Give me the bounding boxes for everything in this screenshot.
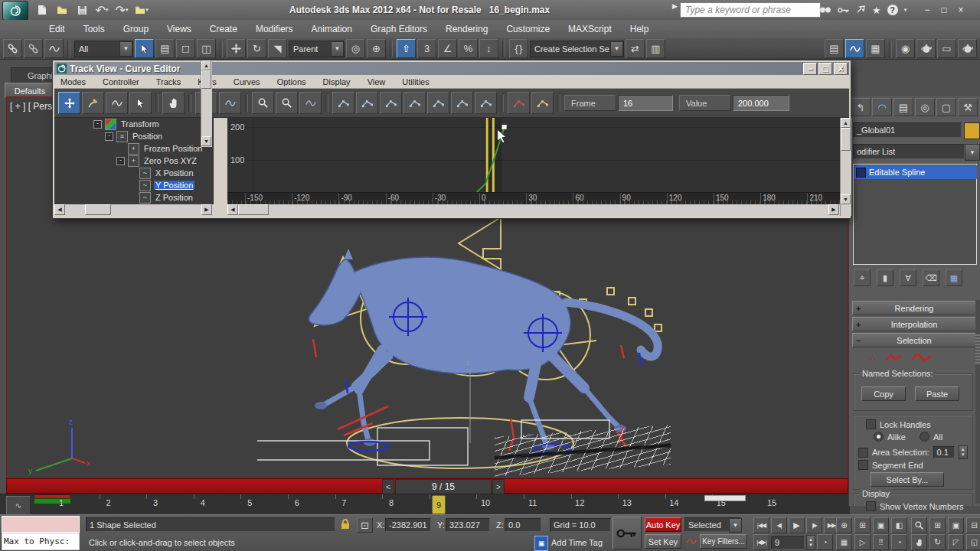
next-frame-button[interactable]: > [492,479,505,494]
open-file-button[interactable] [54,2,70,18]
trackbar-scrollbar[interactable] [704,495,746,501]
menu-item[interactable]: Graph Editors [361,20,436,38]
expand-toggle-icon[interactable]: - [93,120,102,129]
curve-editor-canvas[interactable]: 200100 [227,118,840,192]
vertex-subobject-icon[interactable]: ∴ [871,352,877,366]
mirror-button[interactable]: ⇄ [626,39,645,58]
angle-snap-button[interactable]: ∠ [438,39,457,58]
value-value-field[interactable]: 200.000 [733,95,789,111]
bind-to-spacewarp-icon[interactable] [44,39,64,58]
trackview-title-bar[interactable]: Track View - Curve Editor − □ × [54,62,849,75]
flag-icon[interactable]: ▷ [854,534,871,550]
frame-number[interactable]: 11 [524,498,542,510]
track-label[interactable]: Transform [119,119,161,129]
set-key-button[interactable]: Set Key [645,534,681,549]
help-icon[interactable]: ? [887,5,898,15]
frame-number[interactable]: 6 [288,498,306,510]
utilities-tab[interactable]: ⚒ [958,98,978,116]
frame-number[interactable]: 14 [665,498,683,510]
select-object-button[interactable] [135,39,154,58]
pin-stack-icon[interactable]: ⌖ [854,269,871,286]
max-logo-button[interactable] [2,1,28,21]
minimize-button[interactable]: − [919,3,936,17]
time-slider[interactable]: < 9 / 15 > [6,478,848,494]
isolate-icon[interactable]: ▣ [873,517,889,533]
tree-vertical-scrollbar[interactable]: ▲ ▼ [201,60,212,147]
align-button[interactable]: ▥ [646,39,665,58]
key-filter-curve-icon[interactable] [684,534,698,549]
track-label[interactable]: Y Position [154,181,194,190]
trackview-menu-item[interactable]: Utilities [402,77,437,86]
rendering-rollout[interactable]: +Rendering [852,301,976,315]
segment-end-checkbox[interactable] [858,460,868,470]
layer-manager-button[interactable]: ▤ [825,39,844,58]
interpolation-rollout[interactable]: +Interpolation [852,317,976,331]
configure-modifier-sets-icon[interactable]: ▦ [946,269,962,286]
use-pivot-center-button[interactable]: ◎ [346,39,365,58]
rendered-frame-window-button[interactable]: ▭ [937,39,956,58]
maxscript-listener-input[interactable] [2,516,80,533]
next-frame-button[interactable]: |▶ [806,517,822,533]
graphite-tools-tab[interactable]: Graphi [11,67,56,84]
maximize-viewport-button[interactable]: ◱ [966,534,980,550]
track-label[interactable]: Position [131,132,164,141]
time-ruler[interactable]: -150-120-90-60-300306090120150180210 [227,192,840,205]
isolate-curve-button[interactable] [299,92,322,114]
frame-number[interactable]: 10 [476,498,495,510]
step-tangent-button[interactable] [427,92,449,114]
menu-item[interactable]: MAXScript [559,20,621,38]
infocenter-arrow-icon[interactable]: ▶ [672,2,678,10]
pan-button[interactable] [911,534,927,550]
spline-subobject-icon[interactable] [912,352,930,366]
orbit-button[interactable]: ↻ [929,534,946,550]
show-tangents-icon[interactable] [531,92,554,114]
trackview-maximize-button[interactable]: □ [818,63,832,75]
object-color-swatch[interactable] [964,122,980,139]
modifier-stack-item[interactable]: Editable Spline [854,165,977,179]
pan-button[interactable] [162,92,185,114]
menu-item[interactable]: Rendering [436,20,497,38]
selection-brackets-icon[interactable]: ⊕ [836,517,852,533]
curve-horizontal-scrollbar[interactable]: ◀ ▶ [227,204,840,216]
auto-key-button[interactable]: Auto Key [645,517,681,532]
keyboard-override-toggle[interactable]: ⇧ [397,39,416,58]
modify-tab[interactable]: ◠ [872,98,892,116]
named-selection-dropdown[interactable]: Create Selection Se▼ [530,41,624,57]
select-and-scale-button[interactable]: ◥ [268,39,287,58]
panel-scrollbar[interactable] [975,300,980,504]
add-time-tag[interactable]: Add Time Tag [551,538,603,547]
select-and-link-icon[interactable] [3,39,22,58]
track-tree-item[interactable]: - Zero Pos XYZ [54,155,213,167]
subscription-key-icon[interactable] [838,3,850,17]
favorites-star-icon[interactable]: ★ [872,5,881,16]
play-button[interactable]: ▶ [789,517,805,533]
track-tree-item[interactable]: - Transform [54,118,213,130]
track-tree-item[interactable]: - Position [54,130,213,142]
frame-number[interactable]: 5 [240,498,259,510]
search-input[interactable]: Type a keyword or phrase [680,2,821,18]
trackview-minimize-button[interactable]: − [803,63,817,75]
track-label[interactable]: Zero Pos XYZ [142,156,198,165]
menu-item[interactable]: Customize [497,20,559,38]
modifier-list-dropdown[interactable]: odifier List [853,144,965,159]
select-and-move-button[interactable] [227,39,246,58]
frame-spinner[interactable]: ▲▼ [806,535,815,550]
hierarchy-tab[interactable]: ▤ [893,98,913,116]
trackview-menu-item[interactable]: Display [323,77,359,86]
key-mode-dropdown-arrow[interactable]: ▼ [729,518,742,533]
track-view-window[interactable]: Track View - Curve Editor − □ × ModesCon… [52,60,851,219]
current-frame-marker[interactable]: 9 [432,495,446,514]
exclamation-icon[interactable]: !! [873,534,889,550]
select-and-rotate-button[interactable]: ↻ [247,39,266,58]
area-selection-spinner[interactable]: ▲▼ [959,445,968,459]
object-name-field[interactable]: _Global01 [853,122,962,138]
previous-frame-button[interactable]: < [382,479,394,494]
frame-number[interactable]: 4 [194,498,212,510]
edit-named-selections-button[interactable]: { } [509,39,528,58]
trackview-menu-item[interactable]: Tracks [156,77,190,86]
zoom-extents-all-button[interactable]: ⊟ [966,517,980,533]
reference-coordsys-dropdown[interactable]: Parent▼ [289,41,345,57]
track-tree-item[interactable]: Z Position [54,191,213,204]
track-tree-item[interactable]: Frozen Position [54,142,213,155]
segment-subobject-icon[interactable] [886,352,903,366]
